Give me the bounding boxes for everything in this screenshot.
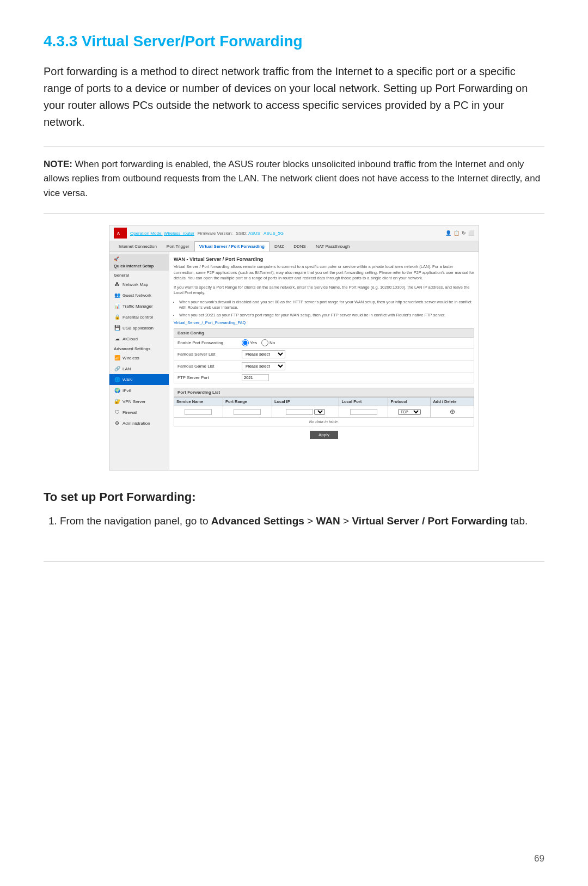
divider-1: [44, 146, 544, 146]
vpn-icon: 🔐: [114, 398, 120, 405]
tab-virtual-server[interactable]: Virtual Server / Port Forwarding: [194, 241, 270, 252]
note-label: NOTE:: [44, 159, 72, 169]
famous-game-value: Please select: [242, 362, 285, 370]
service-name-input[interactable]: [185, 409, 212, 415]
apply-button[interactable]: Apply: [310, 431, 338, 439]
port-range-input[interactable]: [234, 409, 261, 415]
enable-port-forwarding-row: Enable Port Forwarding Yes No: [174, 338, 474, 349]
bottom-divider: [44, 561, 544, 562]
tab-ddns[interactable]: DDNS: [289, 241, 311, 252]
famous-game-select[interactable]: Please select: [242, 362, 285, 370]
input-local-ip[interactable]: [272, 406, 339, 418]
page-number: 69: [534, 853, 544, 864]
basic-config-title: Basic Config: [174, 328, 474, 338]
enable-yes-radio[interactable]: [242, 339, 249, 346]
add-row-button[interactable]: ⊕: [450, 408, 455, 415]
step-1-bold3: Virtual Server / Port Forwarding: [352, 515, 507, 527]
sidebar-item-vpn[interactable]: 🔐 VPN Server: [109, 396, 169, 407]
table-header-row: Service Name Port Range Local IP Local P…: [174, 398, 474, 406]
router-mode-value: Wireless_router: [164, 231, 194, 236]
router-mode-label: Operation Mode: Wireless_router: [130, 231, 194, 236]
local-ip-select[interactable]: [314, 409, 325, 415]
firewall-icon: 🛡: [114, 409, 120, 415]
sidebar-item-quick-setup[interactable]: 🚀 Quick Internet Setup: [109, 254, 169, 271]
router-header: A Operation Mode: Wireless_router Firmwa…: [109, 225, 479, 241]
wan-icon: 🌐: [114, 376, 120, 383]
traffic-manager-label: Traffic Manager: [122, 304, 153, 309]
famous-server-value: Please select: [242, 350, 285, 358]
sidebar-item-aicloud[interactable]: ☁ AiCloud: [109, 333, 169, 344]
enable-no-radio[interactable]: [261, 339, 268, 346]
port-forwarding-table: Service Name Port Range Local IP Local P…: [174, 397, 474, 426]
page-title: 4.3.3 Virtual Server/Port Forwarding: [44, 33, 544, 50]
sidebar-item-guest-network[interactable]: 👥 Guest Network: [109, 290, 169, 301]
sidebar-item-usb[interactable]: 💾 USB application: [109, 322, 169, 333]
quick-setup-label: Quick Internet Setup: [114, 264, 154, 268]
input-service-name[interactable]: [174, 406, 223, 418]
router-screenshot: A Operation Mode: Wireless_router Firmwa…: [109, 225, 479, 471]
sidebar-item-lan[interactable]: 🔗 LAN: [109, 363, 169, 374]
router-header-icons: 👤 📋 ↻ ⬜: [445, 230, 474, 236]
guest-network-label: Guest Network: [122, 293, 151, 298]
wan-virtual-server-title: WAN - Virtual Server / Port Forwarding: [174, 256, 474, 262]
sidebar-item-network-map[interactable]: 🖧 Network Map: [109, 279, 169, 290]
famous-game-row: Famous Game List Please select: [174, 360, 474, 372]
bullet-item-2: When you set 20:21 as your FTP server's …: [179, 313, 474, 319]
ftp-input[interactable]: [242, 374, 269, 381]
tab-internet-connection[interactable]: Internet Connection: [114, 241, 162, 252]
enable-yes-label[interactable]: Yes: [242, 339, 257, 346]
tab-nat-passthrough[interactable]: NAT Passthrough: [311, 241, 354, 252]
usb-icon: 💾: [114, 325, 120, 331]
setup-section-title: To set up Port Forwarding:: [44, 490, 544, 504]
col-protocol: Protocol: [388, 398, 431, 406]
router-header-left: A Operation Mode: Wireless_router Firmwa…: [114, 228, 284, 239]
traffic-manager-icon: 📊: [114, 303, 120, 309]
input-protocol[interactable]: TCP UDP BOTH: [388, 406, 431, 418]
input-port-range[interactable]: [223, 406, 272, 418]
sidebar-item-wan[interactable]: 🌐 WAN: [109, 374, 169, 385]
local-port-input[interactable]: [350, 409, 377, 415]
input-local-port[interactable]: [339, 406, 388, 418]
parental-control-label: Parental control: [122, 315, 153, 320]
sidebar-item-traffic-manager[interactable]: 📊 Traffic Manager: [109, 301, 169, 311]
enable-no-text: No: [270, 340, 275, 345]
router-ui: A Operation Mode: Wireless_router Firmwa…: [109, 225, 479, 470]
famous-server-select[interactable]: Please select: [242, 350, 285, 358]
main-description-2: If you want to specify a Port Range for …: [174, 285, 474, 296]
step-1-bold1: Advanced Settings: [211, 515, 304, 527]
intro-paragraph: Port forwarding is a method to direct ne…: [44, 63, 544, 131]
ftp-port-row: FTP Server Port: [174, 372, 474, 383]
enable-no-label[interactable]: No: [261, 339, 275, 346]
enable-value: Yes No: [242, 339, 275, 346]
local-ip-input[interactable]: [286, 409, 313, 415]
vpn-label: VPN Server: [122, 399, 145, 404]
step-list: From the navigation panel, go to Advance…: [44, 513, 544, 529]
tab-dmz[interactable]: DMZ: [270, 241, 289, 252]
sidebar-item-parental-control[interactable]: 🔒 Parental control: [109, 311, 169, 322]
sidebar-item-administration[interactable]: ⚙ Administration: [109, 418, 169, 429]
sidebar-item-firewall[interactable]: 🛡 Firewall: [109, 407, 169, 418]
add-delete-cell[interactable]: ⊕: [431, 406, 474, 418]
table-input-row: TCP UDP BOTH ⊕: [174, 406, 474, 418]
aicloud-icon: ☁: [114, 335, 120, 342]
setup-section: To set up Port Forwarding: From the navi…: [44, 490, 544, 529]
step-1-bold2: WAN: [316, 515, 340, 527]
svg-text:A: A: [117, 231, 120, 235]
wireless-label: Wireless: [122, 356, 139, 360]
tab-port-trigger[interactable]: Port Trigger: [162, 241, 194, 252]
parental-control-icon: 🔒: [114, 314, 120, 320]
col-add-delete: Add / Delete: [431, 398, 474, 406]
wan-label: WAN: [122, 377, 132, 382]
col-service-name: Service Name: [174, 398, 223, 406]
protocol-select[interactable]: TCP UDP BOTH: [398, 409, 421, 415]
sidebar-advanced-title: Advanced Settings: [109, 344, 169, 352]
famous-server-label: Famous Server List: [177, 352, 237, 357]
step-1-after: >: [340, 515, 352, 527]
basic-config-section: Basic Config Enable Port Forwarding Yes: [174, 328, 474, 383]
router-main-content: WAN - Virtual Server / Port Forwarding V…: [169, 252, 479, 470]
aicloud-label: AiCloud: [122, 337, 138, 341]
sidebar-item-ipv6[interactable]: 🌍 IPv6: [109, 385, 169, 396]
col-port-range: Port Range: [223, 398, 272, 406]
faq-link[interactable]: Virtual_Server_/_Port_Forwarding_FAQ: [174, 320, 474, 325]
sidebar-item-wireless[interactable]: 📶 Wireless: [109, 352, 169, 363]
